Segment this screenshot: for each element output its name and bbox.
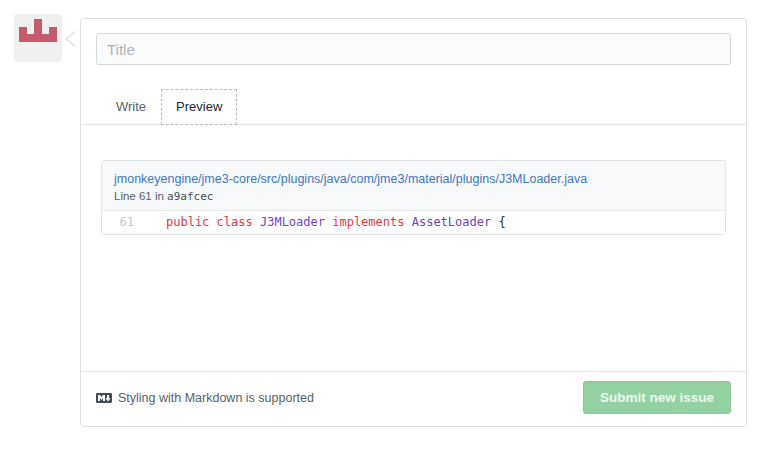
tab-preview[interactable]: Preview [161,89,237,125]
comment-box-caret-icon [65,31,76,49]
comment-tabs: Write Preview [81,89,746,125]
avatar [14,14,62,62]
markdown-support-link[interactable]: Styling with Markdown is supported [96,390,314,406]
new-issue-page: Write Preview jmonkeyengine/jme3-core/sr… [0,0,775,449]
line-reference: Line 61 in a9afcec [114,190,713,203]
issue-title-input[interactable] [96,33,731,65]
commit-sha: a9afcec [167,190,213,203]
line-number: 61 [114,214,134,230]
preview-pane: jmonkeyengine/jme3-core/src/plugins/java… [96,125,731,371]
line-ref-text: Line 61 in [114,190,164,202]
submit-new-issue-button[interactable]: Submit new issue [583,381,731,414]
code-reference-header: jmonkeyengine/jme3-core/src/plugins/java… [102,161,725,211]
new-issue-form: Write Preview jmonkeyengine/jme3-core/sr… [80,18,747,427]
file-path-link[interactable]: jmonkeyengine/jme3-core/src/plugins/java… [114,172,587,186]
markdown-icon [96,390,112,406]
code-line: 61 public class J3MLoader implements Ass… [102,211,725,234]
tab-write[interactable]: Write [101,89,161,124]
markdown-note-text: Styling with Markdown is supported [118,391,314,405]
code-reference-card: jmonkeyengine/jme3-core/src/plugins/java… [101,160,726,235]
form-footer: Styling with Markdown is supported Submi… [81,371,746,428]
identicon-avatar-icon [19,19,57,57]
code-text: public class J3MLoader implements AssetL… [166,214,506,230]
